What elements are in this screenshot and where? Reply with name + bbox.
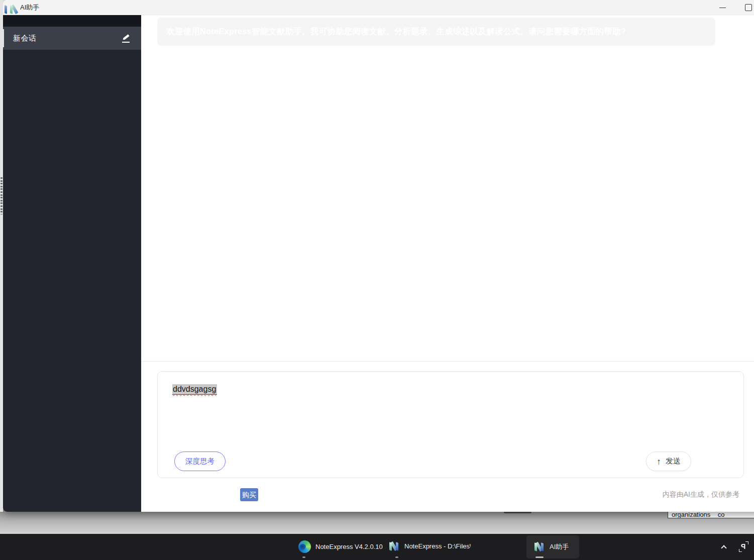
maximize-icon (745, 4, 752, 11)
taskbar-item-label: NoteExpress - D:\Files\才 (404, 542, 471, 551)
screen: organizations co AI助手 新会话 (0, 0, 754, 560)
ai-assistant-window: AI助手 新会话 欢迎使用NoteExpress智能文献助手。我可 (3, 0, 754, 512)
taskbar: NoteExpress V4.2.0.1032 NoteExpress - D:… (0, 534, 754, 560)
sidebar-top-strip (3, 15, 141, 27)
maximize-button[interactable] (738, 0, 754, 15)
taskbar-indicator (302, 556, 305, 558)
composition-text[interactable]: ddvdsgagsg (172, 384, 217, 395)
pencil-underline (122, 42, 130, 43)
deep-think-toggle[interactable]: 深度思考 (174, 452, 226, 471)
arrow-up-icon: ↑ (657, 457, 661, 466)
taskbar-item-ai-assistant-active[interactable]: AI助手 (526, 535, 579, 558)
titlebar[interactable]: AI助手 (3, 0, 754, 15)
buy-button[interactable]: 购买 (240, 488, 258, 501)
taskbar-item-label: AI助手 (550, 542, 569, 551)
tray-overflow-chevron-icon[interactable] (722, 545, 727, 550)
assistant-welcome-message: 欢迎使用NoteExpress智能文献助手。我可协助您阅读文献、分析题录、生成综… (157, 18, 715, 46)
message-input[interactable]: ddvdsgagsg 深度思考 ↑ 发送 (157, 371, 744, 478)
new-conversation-button[interactable] (121, 33, 131, 43)
conversation-sidebar: 新会话 (3, 15, 141, 512)
taskbar-item-label: NoteExpress V4.2.0.1032 (315, 543, 383, 550)
taskbar-indicator-active (535, 556, 544, 558)
noteexpress-logo-icon (388, 540, 400, 552)
pencil-icon (122, 34, 130, 41)
send-label: 发送 (666, 457, 681, 466)
taskbar-item-noteexpress[interactable]: NoteExpress - D:\Files\才 (388, 540, 471, 552)
composer-section: ddvdsgagsg 深度思考 ↑ 发送 购买 内容由AI生成，仅供参考 (141, 362, 754, 512)
taskbar-indicator (395, 556, 398, 558)
chat-main: 欢迎使用NoteExpress智能文献助手。我可协助您阅读文献、分析题录、生成综… (141, 15, 754, 512)
window-left-edge (0, 0, 3, 512)
ai-disclaimer: 内容由AI生成，仅供参考 (663, 490, 739, 499)
minimize-button[interactable] (713, 0, 733, 15)
minimize-icon (719, 8, 726, 8)
sidebar-item-new-session[interactable]: 新会话 (3, 27, 141, 50)
noteexpress-logo-icon (533, 541, 545, 553)
tray-pen-icon[interactable]: P (739, 541, 749, 552)
send-button[interactable]: ↑ 发送 (646, 452, 691, 471)
chat-message-area: 欢迎使用NoteExpress智能文献助手。我可协助您阅读文献、分析题录、生成综… (141, 15, 754, 362)
deep-think-label: 深度思考 (185, 457, 214, 466)
taskbar-item-edge-noteexpress[interactable]: NoteExpress V4.2.0.1032 (298, 540, 383, 553)
window-body: 新会话 欢迎使用NoteExpress智能文献助手。我可协助您阅读文献、分析题录… (3, 15, 754, 512)
edge-browser-icon (298, 540, 311, 553)
start-button[interactable] (276, 541, 288, 553)
resize-grip[interactable] (1, 177, 3, 214)
composition-text-wrap: ddvdsgagsg (172, 385, 217, 394)
window-title: AI助手 (20, 0, 39, 15)
new-session-label: 新会话 (13, 34, 37, 43)
